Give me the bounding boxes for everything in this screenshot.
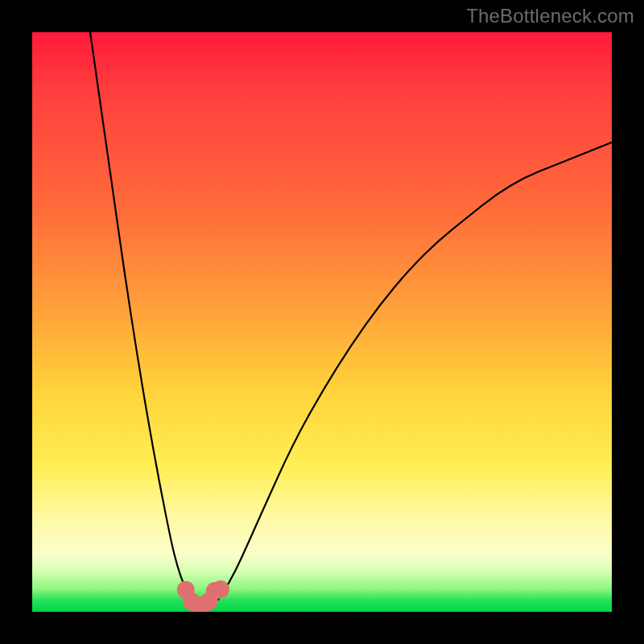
notch-dot bbox=[216, 584, 226, 594]
chart-frame: TheBottleneck.com bbox=[0, 0, 644, 644]
curve-left-branch bbox=[90, 32, 195, 601]
curve-layer bbox=[32, 32, 612, 612]
curve-notch bbox=[180, 584, 225, 610]
curve-right-branch bbox=[217, 142, 612, 601]
watermark-text: TheBottleneck.com bbox=[466, 5, 634, 27]
plot-area bbox=[32, 32, 612, 612]
